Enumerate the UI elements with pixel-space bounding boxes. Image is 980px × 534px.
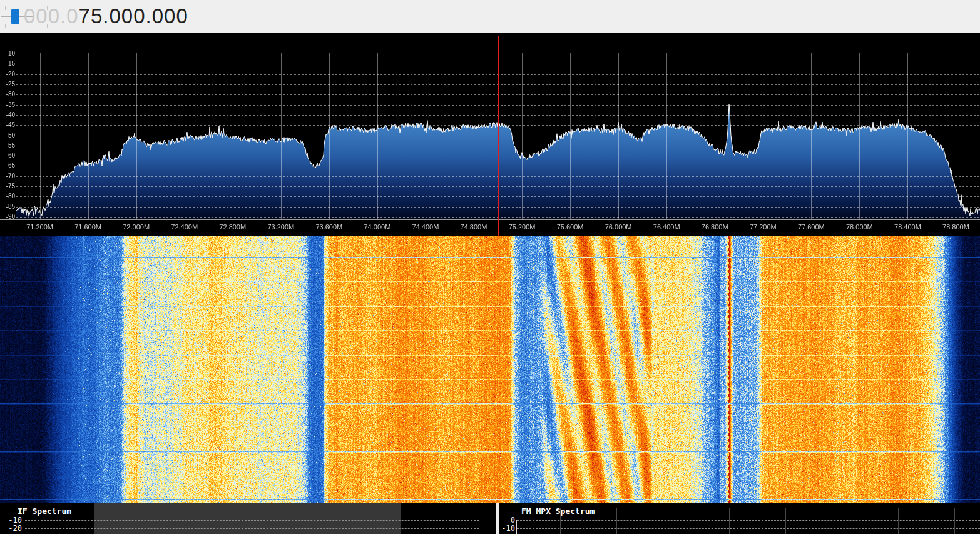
freq-tick-label: 78.400M bbox=[887, 223, 927, 231]
freq-tick-label: 78.800M bbox=[936, 223, 976, 231]
db-tick-label: -35 bbox=[0, 102, 15, 108]
if-db-label: -20 bbox=[0, 525, 22, 532]
freq-tick-label: 76.000M bbox=[598, 223, 638, 231]
mpx-grid-vline bbox=[898, 508, 899, 534]
freq-tick-label: 72.000M bbox=[116, 223, 156, 231]
mpx-gridline bbox=[517, 528, 980, 529]
freq-tick-label: 76.800M bbox=[695, 223, 735, 231]
db-tick-label: -10 bbox=[0, 51, 15, 57]
mpx-grid-vline bbox=[842, 508, 842, 534]
frequency-active-digits[interactable]: 75.000.000 bbox=[79, 4, 188, 28]
db-tick-label: -25 bbox=[0, 81, 15, 88]
freq-tick-label: 73.600M bbox=[309, 223, 349, 231]
mpx-grid-vline bbox=[673, 508, 673, 534]
if-filter-band bbox=[94, 503, 401, 534]
db-tick-label: -65 bbox=[0, 163, 15, 169]
mpx-grid-vline bbox=[616, 508, 617, 534]
db-tick-label: -20 bbox=[0, 71, 15, 78]
slider-tick bbox=[5, 24, 6, 28]
freq-tick-label: 78.000M bbox=[839, 223, 879, 231]
freq-tick-label: 71.200M bbox=[20, 223, 60, 231]
mpx-grid-vline bbox=[729, 508, 730, 534]
db-tick-label: -30 bbox=[0, 91, 15, 98]
db-tick-label: -90 bbox=[0, 214, 15, 220]
spectrum-canvas[interactable] bbox=[0, 33, 980, 236]
mpx-grid-vline bbox=[560, 508, 561, 534]
if-spectrum-panel: IF Spectrum -10 -20 bbox=[0, 503, 496, 534]
freq-tick-label: 74.400M bbox=[406, 223, 446, 231]
frequency-display[interactable]: 000.075.000.000 bbox=[24, 1, 188, 31]
freq-tick-label: 71.600M bbox=[68, 223, 108, 231]
if-db-label: -10 bbox=[0, 516, 22, 524]
db-tick-label: -60 bbox=[0, 153, 15, 159]
freq-tick-label: 72.800M bbox=[213, 223, 253, 231]
freq-tick-label: 75.200M bbox=[502, 223, 542, 231]
db-tick-label: -45 bbox=[0, 122, 15, 128]
db-tick-label: -80 bbox=[0, 193, 15, 199]
mpx-axis-line bbox=[516, 520, 517, 534]
rf-spectrum-panel: -10-15-20-25-30-35-40-45-50-55-60-65-70-… bbox=[0, 33, 980, 236]
db-tick-label: -50 bbox=[0, 133, 15, 139]
fm-mpx-spectrum-title: FM MPX Spectrum bbox=[521, 506, 595, 516]
if-gridline bbox=[25, 520, 479, 521]
header-bar: 000.075.000.000 bbox=[0, 0, 980, 33]
freq-tick-label: 77.600M bbox=[791, 223, 831, 231]
if-gridline bbox=[25, 528, 479, 529]
freq-tick-label: 74.000M bbox=[357, 223, 397, 231]
mpx-db-label: 0 bbox=[499, 516, 515, 524]
slider-tick bbox=[5, 6, 6, 10]
freq-tick-label: 76.400M bbox=[646, 223, 687, 231]
freq-tick-label: 75.600M bbox=[550, 223, 590, 231]
slider-handle-icon[interactable] bbox=[11, 9, 19, 24]
db-tick-label: -70 bbox=[0, 173, 15, 179]
mpx-grid-vline bbox=[785, 508, 786, 534]
db-tick-label: -85 bbox=[0, 204, 15, 210]
freq-tick-label: 73.200M bbox=[261, 223, 301, 231]
if-spectrum-title: IF Spectrum bbox=[18, 506, 71, 516]
mpx-db-label: -10 bbox=[499, 525, 515, 532]
freq-tick-label: 72.400M bbox=[165, 223, 205, 231]
freq-tick-label: 74.800M bbox=[454, 223, 494, 231]
freq-tick-label: 77.200M bbox=[743, 223, 783, 231]
mpx-gridline bbox=[517, 520, 980, 521]
mpx-grid-vline bbox=[954, 508, 955, 534]
fm-mpx-spectrum-panel: FM MPX Spectrum 0 -10 bbox=[499, 503, 980, 534]
waterfall-canvas[interactable] bbox=[0, 236, 980, 503]
db-tick-label: -15 bbox=[0, 61, 15, 67]
db-tick-label: -40 bbox=[0, 112, 15, 118]
frequency-dim-digits: 000.0 bbox=[24, 4, 79, 28]
db-tick-label: -55 bbox=[0, 143, 15, 149]
if-axis-line bbox=[24, 520, 24, 534]
db-tick-label: -75 bbox=[0, 183, 15, 189]
